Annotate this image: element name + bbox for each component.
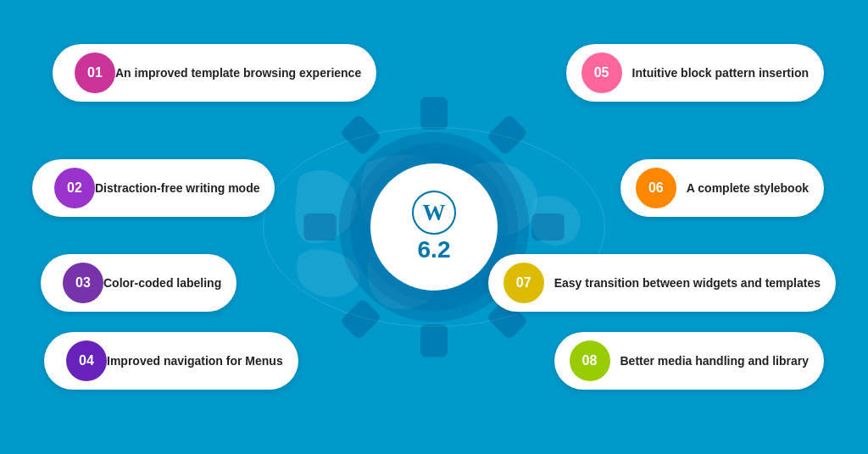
card-text-08: Better media handling and library — [620, 353, 810, 368]
card-text-04: Improved navigation for Menus — [107, 353, 283, 368]
badge-02: 02 — [54, 168, 95, 208]
svg-rect-6 — [487, 114, 529, 156]
badge-07: 07 — [504, 263, 544, 303]
card-text-03: Color-coded labeling — [103, 275, 221, 291]
feature-card-06: 06A complete stylebook — [620, 159, 824, 217]
svg-text:W: W — [422, 200, 445, 225]
badge-06: 06 — [636, 168, 676, 208]
card-text-02: Distraction-free writing mode — [95, 180, 259, 196]
feature-card-07: 07Easy transition between widgets and te… — [488, 254, 836, 312]
badge-04: 04 — [66, 340, 107, 381]
feature-card-05: 05Intuitive block pattern insertion — [566, 44, 824, 102]
feature-card-01: An improved template browsing experience… — [53, 44, 376, 102]
card-text-01: An improved template browsing experience — [115, 65, 361, 80]
card-text-06: A complete stylebook — [687, 180, 809, 196]
wordpress-logo: W — [412, 191, 456, 235]
card-text-05: Intuitive block pattern insertion — [632, 65, 809, 80]
svg-rect-1 — [420, 97, 448, 129]
card-text-07: Easy transition between widgets and temp… — [554, 275, 821, 291]
badge-08: 08 — [570, 340, 610, 381]
badge-01: 01 — [75, 53, 115, 93]
svg-rect-3 — [303, 213, 336, 241]
badge-05: 05 — [581, 53, 622, 93]
svg-rect-4 — [531, 213, 564, 241]
wp-version-text: 6.2 — [418, 236, 451, 263]
feature-card-03: Color-coded labeling03 — [41, 254, 236, 312]
badge-03: 03 — [63, 263, 103, 303]
feature-card-08: 08Better media handling and library — [554, 332, 825, 390]
feature-card-04: Improved navigation for Menus04 — [44, 332, 298, 390]
svg-rect-2 — [420, 324, 448, 357]
feature-card-02: Distraction-free writing mode02 — [32, 159, 275, 217]
center-badge: W 6.2 — [370, 163, 498, 291]
svg-rect-5 — [340, 114, 382, 156]
svg-rect-7 — [340, 298, 382, 340]
